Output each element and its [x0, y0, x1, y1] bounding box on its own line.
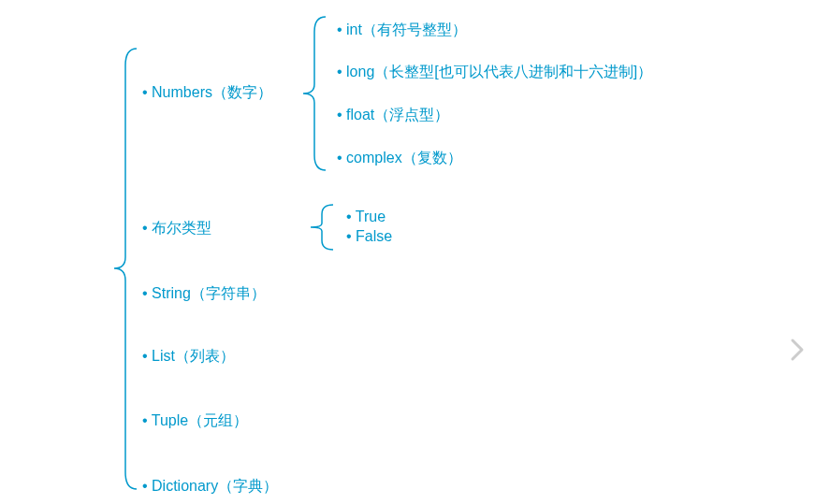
l1-bool: 布尔类型	[142, 219, 211, 238]
l1-numbers-label: Numbers（数字）	[152, 84, 272, 100]
num-long-label: long（长整型[也可以代表八进制和十六进制]）	[346, 64, 652, 79]
bool-true: True	[346, 209, 386, 225]
l1-string: String（字符串）	[142, 284, 266, 304]
num-float-label: float（浮点型）	[346, 107, 449, 122]
l1-string-label: String（字符串）	[152, 285, 266, 301]
l1-tuple-label: Tuple（元组）	[152, 412, 248, 428]
bool-false-label: False	[356, 228, 392, 244]
num-float: float（浮点型）	[337, 106, 449, 125]
main-brace	[110, 47, 138, 491]
l1-list-label: List（列表）	[152, 348, 235, 364]
l1-bool-label: 布尔类型	[152, 220, 211, 236]
chevron-right-icon[interactable]	[789, 337, 806, 368]
num-complex: complex（复数）	[337, 149, 462, 168]
type-hierarchy-diagram: Numbers（数字） 布尔类型 String（字符串） List（列表） Tu…	[0, 0, 815, 504]
bool-brace	[307, 203, 335, 252]
l1-list: List（列表）	[142, 347, 235, 367]
l1-numbers: Numbers（数字）	[142, 83, 272, 103]
num-int: int（有符号整型）	[337, 21, 467, 40]
l1-tuple: Tuple（元组）	[142, 411, 248, 431]
bool-true-label: True	[356, 209, 386, 224]
bool-false: False	[346, 228, 392, 245]
numbers-brace	[299, 15, 327, 172]
num-long: long（长整型[也可以代表八进制和十六进制]）	[337, 63, 652, 82]
num-complex-label: complex（复数）	[346, 150, 462, 166]
num-int-label: int（有符号整型）	[346, 22, 467, 37]
l1-dict: Dictionary（字典）	[142, 477, 278, 497]
l1-dict-label: Dictionary（字典）	[152, 478, 278, 494]
